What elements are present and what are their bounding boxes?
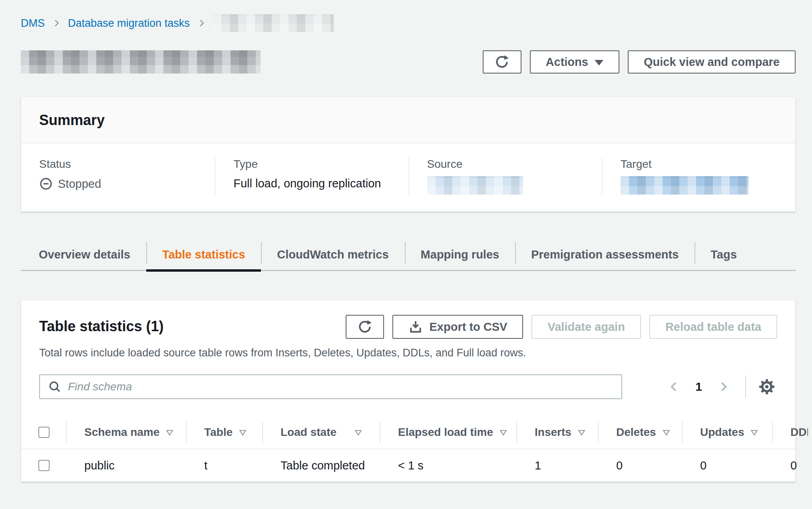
summary-card-header: Summary <box>21 97 795 143</box>
column-header-label: Load state <box>281 426 336 439</box>
tab-premigration-assessments[interactable]: Premigration assessments <box>515 239 695 270</box>
pagination-page-number: 1 <box>695 380 702 394</box>
column-header-label: Table <box>204 426 233 439</box>
cell-inserts: 1 <box>517 449 599 481</box>
pagination: 1 <box>664 376 777 398</box>
schema-search-input[interactable] <box>68 380 613 393</box>
table-statistics-title: Table statistics (1) <box>39 315 163 335</box>
column-header-updates[interactable]: Updates <box>683 416 773 449</box>
breadcrumb: DMS Database migration tasks <box>21 14 796 32</box>
tab-tags[interactable]: Tags <box>695 239 753 270</box>
column-header-elapsed-load-time[interactable]: Elapsed load time <box>380 416 517 449</box>
column-header-inserts[interactable]: Inserts <box>517 416 599 449</box>
breadcrumb-link-migration-tasks[interactable]: Database migration tasks <box>68 17 190 30</box>
summary-field-source: Source <box>408 158 602 195</box>
column-header-label: Schema name <box>84 426 159 439</box>
target-label: Target <box>621 158 783 171</box>
validate-again-label: Validate again <box>547 320 625 334</box>
download-icon <box>408 320 423 334</box>
sort-icon <box>348 428 363 437</box>
cell-load-state: Table completed <box>263 449 380 481</box>
table-statistics-description: Total rows include loaded source table r… <box>21 347 795 359</box>
source-label: Source <box>427 158 590 171</box>
breadcrumb-current-redacted <box>213 14 334 32</box>
export-to-csv-button[interactable]: Export to CSV <box>392 315 523 339</box>
pagination-next-button[interactable] <box>713 381 733 393</box>
sort-icon <box>744 428 759 437</box>
select-all-cell <box>21 416 67 449</box>
sort-icon <box>233 428 247 437</box>
column-header-load-state[interactable]: Load state <box>263 416 380 449</box>
status-value: Stopped <box>39 177 203 191</box>
refresh-button[interactable] <box>483 50 521 74</box>
refresh-icon <box>357 319 372 334</box>
reload-table-data-label: Reload table data <box>665 320 761 334</box>
chevron-right-icon <box>52 19 61 28</box>
table-settings-button[interactable] <box>756 376 777 397</box>
pagination-prev-button[interactable] <box>664 381 684 393</box>
summary-field-status: Status Stopped <box>21 158 215 195</box>
summary-fields: Status Stopped Type Full load, ongoing r… <box>21 143 795 211</box>
table-filter-row: 1 <box>21 374 795 399</box>
cell-table: t <box>187 449 263 481</box>
chevron-right-icon <box>197 19 206 28</box>
column-header-schema-name[interactable]: Schema name <box>67 416 187 449</box>
page-header-actions: Actions Quick view and compare <box>483 50 796 74</box>
summary-field-type: Type Full load, ongoing replication <box>215 158 408 195</box>
sort-icon <box>493 428 508 437</box>
table-statistics-header: Table statistics (1) Export to CSV Valid… <box>21 315 795 339</box>
actions-button-label: Actions <box>546 56 588 69</box>
source-value-redacted <box>427 176 523 195</box>
quick-view-compare-button[interactable]: Quick view and compare <box>628 50 796 74</box>
validate-again-button[interactable]: Validate again <box>531 315 641 339</box>
tab-table-statistics[interactable]: Table statistics <box>146 239 261 270</box>
tab-overview-details[interactable]: Overview details <box>21 239 146 270</box>
row-select-cell <box>21 449 67 481</box>
sort-icon <box>159 428 174 437</box>
table-header-row: Schema name Table Load state Elapsed loa… <box>21 416 795 449</box>
chevron-left-icon <box>668 381 680 393</box>
row-checkbox[interactable] <box>38 460 50 471</box>
table-refresh-button[interactable] <box>346 315 384 339</box>
dms-task-page: DMS Database migration tasks Actions Qui… <box>0 0 812 509</box>
search-icon <box>48 380 62 394</box>
page-header: Actions Quick view and compare <box>21 50 796 74</box>
column-header-label: Elapsed load time <box>398 426 493 439</box>
circle-minus-stopped-icon <box>39 177 53 191</box>
caret-down-icon <box>595 60 603 66</box>
table-row[interactable]: public t Table completed < 1 s 1 0 0 0 <box>21 449 795 481</box>
table-statistics-table: Schema name Table Load state Elapsed loa… <box>21 416 795 481</box>
sort-icon <box>656 428 671 437</box>
chevron-right-icon <box>717 381 729 393</box>
column-header-label: DDLs <box>790 426 808 439</box>
summary-title: Summary <box>39 112 777 129</box>
tab-cloudwatch-metrics[interactable]: CloudWatch metrics <box>261 239 404 270</box>
cell-deletes: 0 <box>599 449 683 481</box>
pagination-divider <box>745 376 746 398</box>
column-header-table[interactable]: Table <box>187 416 263 449</box>
column-header-deletes[interactable]: Deletes <box>599 416 683 449</box>
table-statistics-toolbar: Export to CSV Validate again Reload tabl… <box>346 315 777 339</box>
type-label: Type <box>233 158 396 171</box>
summary-card: Summary Status Stopped Type Full load, o… <box>21 97 796 212</box>
tab-mapping-rules[interactable]: Mapping rules <box>405 239 515 270</box>
cell-elapsed-load-time: < 1 s <box>380 449 517 481</box>
refresh-icon <box>494 54 509 70</box>
target-value-redacted <box>621 176 748 195</box>
cell-updates: 0 <box>683 449 773 481</box>
actions-button[interactable]: Actions <box>530 50 619 74</box>
table-statistics-card: Table statistics (1) Export to CSV Valid… <box>21 300 796 482</box>
breadcrumb-link-dms[interactable]: DMS <box>21 17 45 30</box>
cell-schema-name: public <box>67 449 187 481</box>
status-label: Status <box>39 158 203 171</box>
cell-ddls: 0 <box>773 449 808 481</box>
column-header-label: Inserts <box>535 426 571 439</box>
column-header-ddls[interactable]: DDLs <box>773 416 808 449</box>
type-value: Full load, ongoing replication <box>233 177 396 190</box>
select-all-checkbox[interactable] <box>38 427 50 438</box>
page-title-redacted <box>21 50 261 74</box>
schema-search-box <box>39 374 622 399</box>
summary-field-target: Target <box>602 158 795 195</box>
reload-table-data-button[interactable]: Reload table data <box>649 315 777 339</box>
sort-icon <box>571 428 586 437</box>
